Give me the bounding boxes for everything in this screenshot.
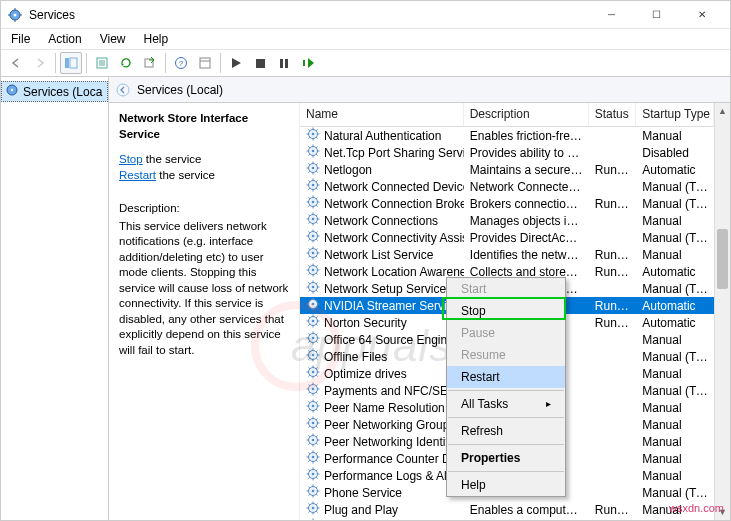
pause-service-button[interactable] — [273, 52, 295, 74]
gear-icon — [306, 144, 320, 161]
svg-point-33 — [312, 150, 315, 153]
col-header-description[interactable]: Description — [464, 103, 589, 126]
svg-line-58 — [309, 181, 310, 182]
svg-line-198 — [309, 419, 310, 420]
restart-service-button[interactable] — [297, 52, 319, 74]
table-row[interactable]: Net.Tcp Port Sharing ServiceProvides abi… — [300, 144, 714, 161]
gear-icon — [306, 501, 320, 518]
svg-line-168 — [309, 368, 310, 369]
ctx-refresh[interactable]: Refresh — [447, 420, 565, 442]
back-arrow-icon[interactable] — [115, 82, 131, 98]
svg-point-233 — [312, 490, 315, 493]
cell-startup: Manual (Trig... — [636, 486, 714, 500]
svg-point-203 — [312, 439, 315, 442]
maximize-button[interactable]: ☐ — [634, 1, 679, 29]
svg-line-29 — [316, 137, 317, 138]
show-hide-tree-button[interactable] — [60, 52, 82, 74]
ctx-all-tasks[interactable]: All Tasks — [447, 393, 565, 415]
svg-line-138 — [309, 317, 310, 318]
svg-line-229 — [316, 477, 317, 478]
svg-line-80 — [309, 222, 310, 223]
cell-startup: Manual (Trig... — [636, 350, 714, 364]
ctx-separator — [448, 444, 564, 445]
table-row[interactable]: Network Connected Devices Auto-Set...Net… — [300, 178, 714, 195]
svg-line-28 — [309, 130, 310, 131]
gear-icon — [306, 280, 320, 297]
menu-help[interactable]: Help — [136, 30, 177, 48]
svg-line-61 — [316, 181, 317, 182]
gear-icon — [306, 399, 320, 416]
gear-icon — [306, 518, 320, 520]
table-row[interactable]: Network Connection BrokerBrokers connect… — [300, 195, 714, 212]
table-row[interactable]: NetlogonMaintains a secure cha...Running… — [300, 161, 714, 178]
forward-button[interactable] — [29, 52, 51, 74]
back-button[interactable] — [5, 52, 27, 74]
ctx-help[interactable]: Help — [447, 474, 565, 496]
table-row[interactable]: Plug and PlayEnables a computer to...Run… — [300, 501, 714, 518]
svg-line-228 — [309, 470, 310, 471]
refresh-button[interactable] — [115, 52, 137, 74]
table-row[interactable]: Network Connectivity AssistantProvides D… — [300, 229, 714, 246]
svg-point-83 — [312, 235, 315, 238]
close-button[interactable]: ✕ — [679, 1, 724, 29]
ctx-stop[interactable]: Stop — [447, 300, 565, 322]
svg-line-210 — [309, 443, 310, 444]
cell-name: NVIDIA Streamer Service — [324, 299, 459, 313]
svg-line-41 — [316, 147, 317, 148]
ctx-properties[interactable]: Properties — [447, 447, 565, 469]
table-row[interactable]: Natural AuthenticationEnables friction-f… — [300, 127, 714, 144]
export-list-button[interactable] — [91, 52, 113, 74]
ctx-restart[interactable]: Restart — [447, 366, 565, 388]
svg-line-129 — [316, 307, 317, 308]
vertical-scrollbar[interactable]: ▲ ▼ — [714, 103, 730, 520]
restart-service-link[interactable]: Restart — [119, 169, 156, 181]
svg-line-88 — [309, 232, 310, 233]
scroll-down-button[interactable]: ▼ — [715, 504, 730, 520]
table-row[interactable]: Network ConnectionsManages objects in th… — [300, 212, 714, 229]
gear-icon — [306, 178, 320, 195]
gear-icon — [306, 450, 320, 467]
cell-startup: Manual (Trig... — [636, 231, 714, 245]
svg-line-108 — [309, 266, 310, 267]
menu-file[interactable]: File — [3, 30, 38, 48]
stop-service-line: Stop the service — [119, 152, 289, 168]
minimize-button[interactable]: ─ — [589, 1, 634, 29]
svg-line-50 — [309, 171, 310, 172]
menu-view[interactable]: View — [92, 30, 134, 48]
svg-point-153 — [312, 354, 315, 357]
tree-item-services[interactable]: Services (Loca — [1, 81, 108, 102]
col-header-startup[interactable]: Startup Type — [636, 103, 714, 126]
help-button[interactable]: ? — [170, 52, 192, 74]
export-button[interactable] — [139, 52, 161, 74]
svg-line-78 — [309, 215, 310, 216]
svg-point-173 — [312, 388, 315, 391]
restart-service-line: Restart the service — [119, 168, 289, 184]
stop-service-link[interactable]: Stop — [119, 153, 143, 165]
col-header-name[interactable]: Name — [300, 103, 464, 126]
start-service-button[interactable] — [225, 52, 247, 74]
svg-point-73 — [312, 218, 315, 221]
cell-name: Netlogon — [324, 163, 372, 177]
scroll-thumb[interactable] — [717, 229, 728, 289]
properties-button[interactable] — [194, 52, 216, 74]
gear-icon — [306, 195, 320, 212]
cell-name: Office 64 Source Engine — [324, 333, 454, 347]
table-row[interactable]: Network List ServiceIdentifies the netwo… — [300, 246, 714, 263]
scroll-track[interactable] — [715, 119, 730, 504]
selected-service-name: Network Store Interface Service — [119, 111, 289, 142]
svg-line-218 — [309, 453, 310, 454]
svg-line-128 — [309, 300, 310, 301]
svg-line-171 — [316, 368, 317, 369]
menu-action[interactable]: Action — [40, 30, 89, 48]
svg-line-141 — [316, 317, 317, 318]
ctx-pause: Pause — [447, 322, 565, 344]
cell-startup: Manual — [636, 452, 714, 466]
stop-service-button[interactable] — [249, 52, 271, 74]
table-row[interactable]: PNRP Machine Name Publication Serv...Thi… — [300, 518, 714, 520]
main-header: Services (Local) — [109, 77, 730, 103]
gear-icon — [306, 331, 320, 348]
description-label: Description: — [119, 201, 289, 217]
scroll-up-button[interactable]: ▲ — [715, 103, 730, 119]
col-header-status[interactable]: Status — [589, 103, 637, 126]
cell-startup: Disabled — [636, 146, 714, 160]
